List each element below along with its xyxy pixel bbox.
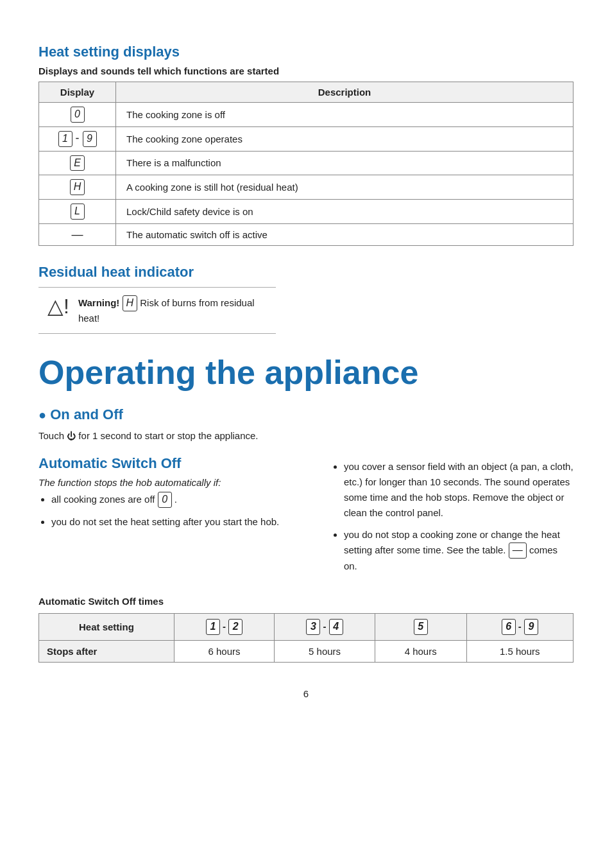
residual-heat-title: Residual heat indicator (38, 264, 574, 281)
table-cell-description: A cooking zone is still hot (residual he… (116, 175, 574, 200)
stops-after-val2: 5 hours (275, 641, 375, 663)
stops-after-val4: 1.5 hours (466, 641, 573, 663)
off-symbol: 0 (158, 492, 172, 508)
on-off-title: ● On and Off (38, 406, 305, 423)
list-item: you do not stop a cooking zone or change… (344, 527, 574, 574)
auto-switch-times-table: Heat setting 1 - 2 3 - 4 5 6 - 9 Stops a… (38, 613, 574, 663)
list-item: you do not set the heat setting after yo… (51, 514, 305, 530)
list-item: you cover a sensor field with an object … (344, 459, 574, 521)
on-off-body: Touch ⏻ for 1 second to start or stop th… (38, 428, 305, 444)
operating-two-col: ● On and Off Touch ⏻ for 1 second to sta… (38, 406, 574, 580)
on-and-off-section: ● On and Off Touch ⏻ for 1 second to sta… (38, 406, 305, 444)
heat-setting-table: Display Description 0The cooking zone is… (38, 82, 574, 246)
warning-symbol: H (123, 295, 138, 311)
table-cell-display: H (39, 175, 116, 200)
warning-icon: △! (47, 294, 69, 318)
table-cell-display: 0 (39, 103, 116, 127)
auto-table-col3-header: 3 - 4 (275, 614, 375, 641)
table-col2-header: Description (116, 82, 574, 103)
auto-switch-bullets-left: all cooking zones are off 0 . you do not… (38, 492, 305, 530)
list-item: all cooking zones are off 0 . (51, 492, 305, 508)
auto-switch-bullets-right: you cover a sensor field with an object … (331, 459, 574, 574)
stops-after-label: Stops after (39, 641, 174, 663)
page-number: 6 (38, 688, 574, 699)
table-cell-description: Lock/Child safety device is on (116, 200, 574, 224)
table-cell-description: The cooking zone is off (116, 103, 574, 127)
warning-text: Warning! H Risk of burns from residual h… (78, 295, 267, 326)
dash-symbol: — (509, 542, 527, 559)
warning-box: △! Warning! H Risk of burns from residua… (38, 287, 276, 334)
heat-setting-displays-title: Heat setting displays (38, 44, 574, 60)
auto-table-col1-header: Heat setting (39, 614, 174, 641)
table-cell-display: — (39, 223, 116, 245)
auto-switch-times-subtitle: Automatic Switch Off times (38, 596, 574, 607)
auto-switch-function-label: The function stops the hob automatically… (38, 477, 305, 488)
table-col1-header: Display (39, 82, 116, 103)
table-cell-description: There is a malfunction (116, 151, 574, 175)
stops-after-val1: 6 hours (174, 641, 275, 663)
auto-table-col5-header: 6 - 9 (466, 614, 573, 641)
auto-switch-off-section: Automatic Switch Off The function stops … (38, 455, 305, 530)
auto-switch-times-section: Automatic Switch Off times Heat setting … (38, 596, 574, 663)
auto-table-col2-header: 1 - 2 (174, 614, 275, 641)
auto-table-col4-header: 5 (375, 614, 466, 641)
table-cell-description: The automatic switch off is active (116, 223, 574, 245)
operating-col-left: ● On and Off Touch ⏻ for 1 second to sta… (38, 406, 305, 580)
on-off-icon: ● (38, 408, 46, 422)
table-cell-display: L (39, 200, 116, 224)
table-cell-description: The cooking zone operates (116, 126, 574, 151)
operating-col-right: you cover a sensor field with an object … (331, 406, 574, 580)
table-cell-display: 1 - 9 (39, 126, 116, 151)
auto-switch-off-title: Automatic Switch Off (38, 455, 305, 472)
operating-main-title: Operating the appliance (38, 354, 574, 391)
warning-label: Warning! (78, 297, 119, 308)
displays-subtitle: Displays and sounds tell which functions… (38, 65, 574, 76)
stops-after-val3: 4 hours (375, 641, 466, 663)
table-cell-display: E (39, 151, 116, 175)
